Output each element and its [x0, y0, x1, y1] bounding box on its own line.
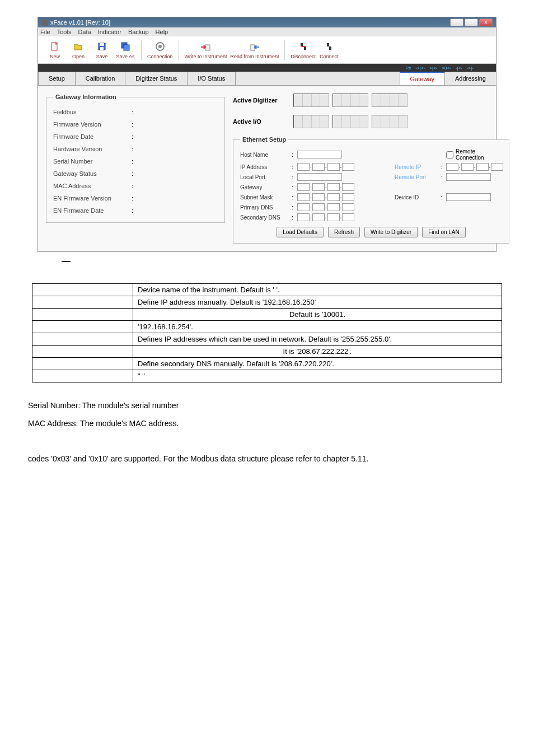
download-icon: [249, 40, 261, 53]
en-firmware-version-label: EN Firmware Version: [53, 195, 132, 202]
fieldbus-label: Fieldbus: [53, 109, 132, 115]
open-button[interactable]: Open: [68, 40, 88, 59]
app-icon: [41, 19, 48, 26]
primary-dns-input[interactable]: ...: [297, 203, 376, 211]
table-cell: Default is '10001.: [133, 309, 502, 321]
firmware-date-label: Firmware Date: [53, 133, 132, 140]
active-digitizer-display: [293, 94, 407, 107]
svg-rect-13: [327, 43, 329, 46]
tab-digitizer-status[interactable]: Digitizer Status: [125, 72, 188, 85]
menubar: File Tools Data Indicator Backup Help: [38, 27, 496, 36]
en-firmware-date-label: EN Firmware Date: [53, 207, 132, 214]
window-title: xFace v1.01 [Rev: 10]: [50, 19, 110, 26]
remote-port-input[interactable]: [446, 173, 491, 181]
host-name-input[interactable]: [297, 151, 342, 158]
table-cell: [32, 358, 133, 370]
local-port-input[interactable]: [297, 173, 342, 181]
save-icon: [96, 40, 108, 53]
tab-calibration[interactable]: Calibration: [75, 72, 126, 85]
menu-help[interactable]: Help: [156, 29, 168, 35]
upload-icon: [199, 40, 212, 53]
table-cell: [32, 309, 133, 321]
table-cell: Define secondary DNS manually. Default i…: [133, 358, 502, 370]
body-text-mac: MAC Address: The module's MAC address.: [28, 417, 506, 430]
menu-file[interactable]: File: [40, 29, 50, 35]
subnet-mask-label: Subnet Mask: [240, 194, 291, 200]
toolbar: New Open Save: [38, 36, 496, 64]
local-port-label: Local Port: [240, 174, 291, 180]
secondary-dns-input[interactable]: ...: [297, 213, 376, 221]
connection-button[interactable]: Connection: [147, 40, 173, 59]
write-to-instrument-button[interactable]: Write to Instrument: [185, 40, 227, 59]
connect-button[interactable]: Connect: [319, 40, 339, 59]
refresh-button[interactable]: Refresh: [328, 227, 360, 237]
table-cell: Device name of the instrument. Default i…: [133, 284, 502, 296]
gateway-info-legend: Gateway Information: [53, 94, 119, 100]
ip-address-label: IP Address: [240, 164, 291, 170]
hardware-version-label: Hardware Version: [53, 146, 132, 152]
dash-separator: —: [62, 256, 472, 267]
device-id-input[interactable]: [446, 193, 491, 201]
table-cell: It is '208.67.222.222'.: [133, 346, 502, 358]
body-text-codes: codes '0x03' and '0x10' are supported. F…: [28, 452, 506, 465]
tab-setup[interactable]: Setup: [38, 72, 76, 85]
table-cell: Define IP address manually. Default is '…: [133, 296, 502, 309]
read-from-instrument-button[interactable]: Read from Instrument: [230, 40, 279, 59]
subnet-mask-input[interactable]: ...: [297, 193, 376, 201]
tab-bar: Setup Calibration Digitizer Status I/O S…: [38, 72, 496, 86]
close-button[interactable]: X: [479, 18, 493, 26]
ethernet-legend: Ethernet Setup: [240, 136, 288, 143]
maximize-button[interactable]: ☐: [465, 18, 478, 26]
table-cell: [32, 370, 133, 382]
gateway-status-label: Gateway Status: [53, 170, 132, 177]
led-3: >0<-: [442, 66, 451, 71]
led-indicator-row: Rx ->|<- >|<- >0<- -|<- ->|-: [38, 64, 496, 72]
disconnect-icon: [297, 40, 310, 53]
tab-gateway[interactable]: Gateway: [400, 72, 445, 85]
menu-backup[interactable]: Backup: [128, 29, 149, 35]
primary-dns-label: Primary DNS: [240, 204, 291, 211]
save-as-button[interactable]: Save As: [115, 40, 135, 59]
menu-indicator[interactable]: Indicator: [98, 29, 121, 35]
application-window: xFace v1.01 [Rev: 10] _ ☐ X File Tools D…: [38, 17, 496, 252]
table-cell: [32, 284, 133, 296]
save-button[interactable]: Save: [92, 40, 112, 59]
write-to-digitizer-button[interactable]: Write to Digitizer: [364, 227, 418, 237]
table-cell: [32, 333, 133, 346]
content-area: Gateway Information Fieldbus: Firmware V…: [38, 86, 496, 251]
remote-ip-label: Remote IP: [395, 164, 439, 170]
svg-rect-8: [205, 45, 210, 50]
remote-port-label: Remote Port: [395, 174, 439, 180]
led-4: -|<-: [456, 66, 462, 71]
ip-address-input[interactable]: ...: [297, 163, 376, 171]
tab-addressing[interactable]: Addressing: [444, 72, 496, 85]
new-button[interactable]: New: [45, 40, 65, 59]
load-defaults-button[interactable]: Load Defaults: [277, 227, 324, 237]
remote-ip-input[interactable]: ...: [446, 163, 502, 171]
save-as-icon: [119, 40, 132, 53]
svg-rect-3: [100, 47, 104, 50]
new-file-icon: [49, 40, 61, 53]
connection-icon: [154, 40, 166, 53]
find-on-lan-button[interactable]: Find on LAN: [422, 227, 466, 237]
gateway-information-panel: Gateway Information Fieldbus: Firmware V…: [46, 94, 225, 223]
led-1: ->|<-: [416, 66, 425, 71]
gateway-label: Gateway: [240, 184, 291, 190]
table-cell: [32, 346, 133, 358]
disconnect-button[interactable]: Disconnect: [291, 40, 316, 59]
device-id-label: Device ID: [395, 194, 439, 200]
menu-data[interactable]: Data: [78, 29, 91, 35]
table-cell: [32, 296, 133, 309]
documentation-table: Device name of the instrument. Default i…: [32, 283, 502, 382]
svg-rect-9: [250, 45, 255, 50]
table-cell: " ": [133, 370, 502, 382]
ethernet-setup-panel: Ethernet Setup Host Name: Remote Connect…: [233, 136, 509, 244]
minimize-button[interactable]: _: [450, 18, 463, 26]
svg-point-7: [158, 45, 162, 48]
menu-tools[interactable]: Tools: [57, 29, 72, 35]
svg-rect-2: [100, 43, 104, 46]
remote-connection-checkbox[interactable]: [446, 151, 453, 158]
gateway-input[interactable]: ...: [297, 183, 376, 191]
tab-io-status[interactable]: I/O Status: [187, 72, 236, 85]
remote-connection-label: Remote Connection: [456, 148, 502, 161]
